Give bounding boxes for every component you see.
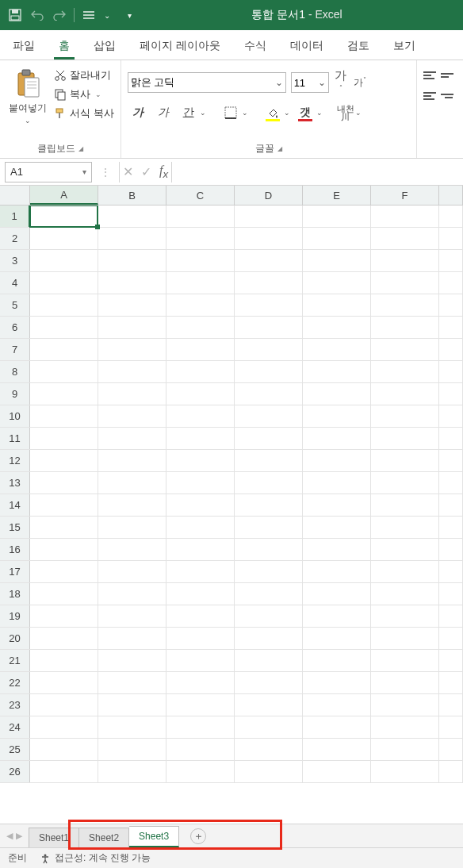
cell-A13[interactable] — [30, 472, 98, 494]
cell-E7[interactable] — [303, 339, 371, 360]
cell-A15[interactable] — [30, 517, 98, 538]
cell-partial[interactable] — [439, 561, 463, 582]
column-header-A[interactable]: A — [30, 186, 98, 205]
copy-button[interactable]: 복사 ⌄ — [54, 87, 114, 102]
underline-button[interactable]: 간 — [178, 103, 199, 122]
cell-A6[interactable] — [30, 317, 98, 338]
phonetic-dropdown-icon[interactable]: ⌄ — [355, 109, 362, 117]
font-color-dropdown-icon[interactable]: ⌄ — [316, 109, 323, 117]
cell-partial[interactable] — [439, 672, 463, 693]
cell-B11[interactable] — [98, 428, 166, 449]
cell-partial[interactable] — [439, 739, 463, 760]
cell-F6[interactable] — [371, 317, 439, 338]
qat-dropdown[interactable]: ⌄ — [101, 5, 113, 25]
cell-D20[interactable] — [235, 628, 303, 649]
cell-A2[interactable] — [30, 228, 98, 249]
cell-A22[interactable] — [30, 672, 98, 693]
cell-partial[interactable] — [439, 228, 463, 249]
cell-C14[interactable] — [166, 494, 235, 516]
cell-B7[interactable] — [98, 339, 166, 360]
shrink-font-button[interactable]: 가˅ — [353, 76, 367, 90]
cell-A24[interactable] — [30, 716, 98, 738]
add-sheet-button[interactable]: ＋ — [190, 828, 206, 844]
row-header-17[interactable]: 17 — [0, 561, 30, 582]
row-header-6[interactable]: 6 — [0, 317, 30, 338]
cut-button[interactable]: 잘라내기 — [54, 68, 114, 83]
cell-partial[interactable] — [439, 650, 463, 671]
paste-button[interactable]: 붙여넣기 ⌄ — [6, 65, 49, 125]
cell-partial[interactable] — [439, 405, 463, 427]
row-header-25[interactable]: 25 — [0, 739, 30, 760]
cell-B9[interactable] — [98, 383, 166, 405]
cell-A17[interactable] — [30, 561, 98, 582]
cell-F18[interactable] — [371, 583, 439, 605]
name-box-more-icon[interactable]: ⋮ — [100, 166, 111, 179]
cell-partial[interactable] — [439, 361, 463, 382]
cell-E19[interactable] — [303, 605, 371, 627]
font-name-input[interactable] — [131, 77, 275, 89]
cell-F4[interactable] — [371, 272, 439, 294]
cell-A25[interactable] — [30, 739, 98, 760]
row-header-26[interactable]: 26 — [0, 761, 30, 782]
cell-C26[interactable] — [166, 761, 235, 782]
cell-D3[interactable] — [235, 250, 303, 271]
group-label-font[interactable]: 글꼴 — [128, 140, 410, 158]
cell-B17[interactable] — [98, 561, 166, 582]
cell-partial[interactable] — [439, 272, 463, 294]
cell-B5[interactable] — [98, 294, 166, 316]
cell-partial[interactable] — [439, 494, 463, 516]
cell-F15[interactable] — [371, 517, 439, 538]
paste-dropdown-icon[interactable]: ⌄ — [25, 117, 31, 125]
row-header-12[interactable]: 12 — [0, 450, 30, 471]
cell-A19[interactable] — [30, 605, 98, 627]
cell-D7[interactable] — [235, 339, 303, 360]
sheet-tab-Sheet2[interactable]: Sheet2 — [79, 828, 129, 847]
cell-partial[interactable] — [439, 628, 463, 649]
cell-D8[interactable] — [235, 361, 303, 382]
cell-D14[interactable] — [235, 494, 303, 516]
cancel-formula-button[interactable]: ✕ — [123, 164, 133, 179]
cell-partial[interactable] — [439, 250, 463, 271]
cell-E9[interactable] — [303, 383, 371, 405]
cell-B18[interactable] — [98, 583, 166, 605]
cell-C18[interactable] — [166, 583, 235, 605]
cell-E21[interactable] — [303, 650, 371, 671]
cell-partial[interactable] — [439, 605, 463, 627]
cell-D25[interactable] — [235, 739, 303, 760]
cell-C3[interactable] — [166, 250, 235, 271]
cell-B15[interactable] — [98, 517, 166, 538]
cell-C24[interactable] — [166, 716, 235, 738]
row-header-7[interactable]: 7 — [0, 339, 30, 360]
cell-E25[interactable] — [303, 739, 371, 760]
cell-F11[interactable] — [371, 428, 439, 449]
cell-B8[interactable] — [98, 361, 166, 382]
row-header-10[interactable]: 10 — [0, 405, 30, 427]
cell-C20[interactable] — [166, 628, 235, 649]
cell-E20[interactable] — [303, 628, 371, 649]
sheet-tab-Sheet3[interactable]: Sheet3 — [129, 826, 179, 847]
cell-partial[interactable] — [439, 761, 463, 782]
cell-B6[interactable] — [98, 317, 166, 338]
cell-B22[interactable] — [98, 672, 166, 693]
row-header-1[interactable]: 1 — [0, 205, 30, 227]
row-header-18[interactable]: 18 — [0, 583, 30, 605]
row-header-13[interactable]: 13 — [0, 472, 30, 494]
cell-E2[interactable] — [303, 228, 371, 249]
cell-E1[interactable] — [303, 205, 371, 227]
cell-D6[interactable] — [235, 317, 303, 338]
cell-E23[interactable] — [303, 694, 371, 716]
cell-partial[interactable] — [439, 317, 463, 338]
cell-A23[interactable] — [30, 694, 98, 716]
cell-F21[interactable] — [371, 650, 439, 671]
cell-A1[interactable] — [30, 205, 98, 227]
cell-C7[interactable] — [166, 339, 235, 360]
grow-font-button[interactable]: 가˄ — [334, 68, 348, 97]
cell-F25[interactable] — [371, 739, 439, 760]
cell-C4[interactable] — [166, 272, 235, 294]
cell-C13[interactable] — [166, 472, 235, 494]
italic-button[interactable]: 가 — [153, 103, 174, 122]
cell-A12[interactable] — [30, 450, 98, 471]
formula-input[interactable] — [180, 162, 458, 182]
cell-partial[interactable] — [439, 428, 463, 449]
ribbon-tab-홈[interactable]: 홈 — [54, 31, 75, 60]
